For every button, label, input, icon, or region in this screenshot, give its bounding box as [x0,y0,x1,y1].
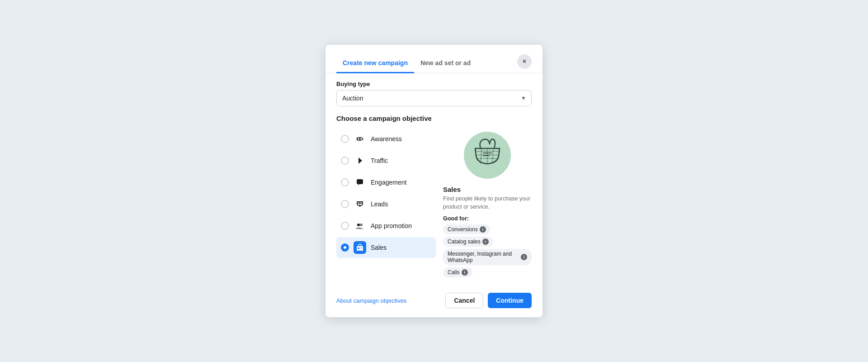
sales-icon [354,241,366,254]
objective-sales[interactable]: Sales [336,237,436,258]
tag-conversions: Conversions i [443,224,491,234]
leads-icon [354,198,366,210]
detail-description: Find people likely to purchase your prod… [443,195,532,211]
radio-engagement [341,178,349,186]
tab-create-new[interactable]: Create new campaign [336,54,414,73]
objective-section-label: Choose a campaign objective [336,114,532,122]
traffic-icon [354,154,366,167]
detail-title: Sales [443,186,461,193]
info-icon-calls[interactable]: i [462,269,468,276]
tag-conversions-label: Conversions [448,226,478,233]
svg-rect-10 [360,248,362,248]
buying-type-select-wrapper: Auction Reach and frequency ▼ [336,90,532,106]
tag-calls: Calls i [443,267,472,277]
radio-app-promotion [341,222,349,230]
about-objectives-link[interactable]: About campaign objectives [336,297,406,304]
svg-point-6 [357,224,360,226]
info-icon-messenger[interactable]: i [521,254,527,260]
tags-list: Conversions i Catalog sales i Messenger,… [443,224,532,277]
objective-engagement[interactable]: Engagement [336,172,436,193]
cancel-button[interactable]: Cancel [445,293,483,308]
close-button[interactable]: × [517,54,532,69]
svg-marker-1 [359,157,362,164]
radio-awareness [341,135,349,143]
good-for-label: Good for: [443,215,469,222]
awareness-label: Awareness [371,135,402,143]
tag-messenger: Messenger, Instagram and WhatsApp i [443,249,532,265]
content-area: Awareness Traffic [336,129,532,277]
engagement-icon [354,176,366,189]
svg-rect-2 [357,179,363,184]
info-icon-catalog-sales[interactable]: i [482,238,489,245]
traffic-label: Traffic [371,157,388,164]
modal-footer: About campaign objectives Cancel Continu… [326,285,542,317]
tab-new-ad-set[interactable]: New ad set or ad [414,54,477,73]
objectives-list: Awareness Traffic [336,129,436,277]
modal-body: Buying type Auction Reach and frequency … [326,73,542,277]
info-icon-conversions[interactable]: i [480,226,486,233]
objective-leads[interactable]: Leads [336,194,436,214]
sales-illustration [462,130,512,180]
awareness-icon [354,133,366,145]
engagement-label: Engagement [371,179,406,186]
detail-panel: Sales Find people likely to purchase you… [443,129,532,277]
leads-label: Leads [371,200,388,208]
objective-app-promotion[interactable]: App promotion [336,215,436,236]
modal-overlay: Create new campaign New ad set or ad × B… [0,0,868,362]
buying-type-select[interactable]: Auction Reach and frequency [336,90,532,106]
svg-point-7 [360,224,363,226]
app-promotion-icon [354,219,366,232]
objective-awareness[interactable]: Awareness [336,129,436,149]
objective-traffic[interactable]: Traffic [336,150,436,171]
tag-catalog-sales: Catalog sales i [443,237,493,247]
continue-button[interactable]: Continue [488,293,532,308]
tag-messenger-label: Messenger, Instagram and WhatsApp [448,251,519,263]
buying-type-label: Buying type [336,81,532,87]
radio-leads [341,200,349,208]
app-promotion-label: App promotion [371,222,412,229]
create-campaign-modal: Create new campaign New ad set or ad × B… [326,45,542,317]
svg-point-0 [359,138,361,140]
svg-rect-9 [358,248,359,249]
footer-buttons: Cancel Continue [445,293,532,308]
tag-catalog-sales-label: Catalog sales [448,238,481,245]
tag-calls-label: Calls [448,269,460,276]
radio-sales [341,243,349,252]
modal-header: Create new campaign New ad set or ad × [326,45,542,73]
radio-traffic [341,157,349,165]
sales-label: Sales [371,244,387,251]
